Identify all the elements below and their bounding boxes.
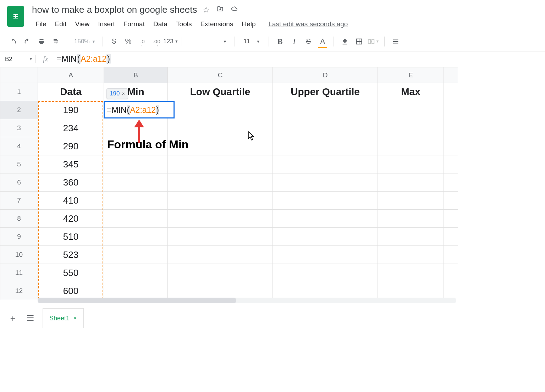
cell-F7[interactable] — [444, 192, 458, 210]
row-header-2[interactable]: 2 — [0, 101, 38, 119]
cell-F11[interactable] — [444, 264, 458, 282]
cell-B9[interactable] — [104, 228, 168, 246]
cell-C4[interactable] — [168, 137, 273, 155]
percent-button[interactable]: % — [122, 35, 134, 48]
print-button[interactable] — [35, 35, 48, 48]
cell-E4[interactable] — [378, 137, 444, 155]
number-format-button[interactable]: 123▼ — [165, 35, 177, 48]
all-sheets-button[interactable]: ☰ — [25, 313, 36, 324]
cell-C6[interactable] — [168, 173, 273, 192]
cell-B5[interactable] — [104, 155, 168, 173]
cell-C2[interactable] — [168, 101, 273, 119]
add-sheet-button[interactable]: ＋ — [7, 313, 18, 324]
row-header-3[interactable]: 3 — [0, 119, 38, 137]
cell-A9[interactable]: 510 — [38, 228, 104, 246]
font-family-select[interactable]: ▼ — [187, 39, 230, 44]
cell-A3[interactable]: 234 — [38, 119, 104, 137]
zoom-select[interactable]: 150%▼ — [72, 38, 98, 45]
cell-E8[interactable] — [378, 210, 444, 228]
sheet-tab-sheet1[interactable]: Sheet1▼ — [43, 308, 84, 328]
name-box[interactable]: B2▼ — [0, 56, 35, 63]
cell-A12[interactable]: 600 — [38, 282, 104, 300]
cell-B3[interactable] — [104, 119, 168, 137]
cell-C8[interactable] — [168, 210, 273, 228]
menu-data[interactable]: Data — [150, 19, 171, 29]
cell-E9[interactable] — [378, 228, 444, 246]
cell-D4[interactable] — [273, 137, 378, 155]
row-header-8[interactable]: 8 — [0, 210, 38, 228]
row-header-11[interactable]: 11 — [0, 264, 38, 282]
cell-F10[interactable] — [444, 246, 458, 264]
horizontal-scrollbar-thumb[interactable] — [38, 298, 236, 303]
last-edit-link[interactable]: Last edit was seconds ago — [268, 20, 348, 28]
cell-E5[interactable] — [378, 155, 444, 173]
paint-format-button[interactable] — [50, 35, 62, 48]
sheets-logo[interactable] — [7, 6, 24, 27]
cell-D2[interactable] — [273, 101, 378, 119]
cell-A7[interactable]: 410 — [38, 192, 104, 210]
move-icon[interactable] — [216, 5, 224, 15]
menu-view[interactable]: View — [71, 19, 93, 29]
cell-C5[interactable] — [168, 155, 273, 173]
cell-C3[interactable] — [168, 119, 273, 137]
row-header-12[interactable]: 12 — [0, 282, 38, 300]
document-title[interactable]: how to make a boxplot on google sheets — [32, 4, 197, 15]
cell-C9[interactable] — [168, 228, 273, 246]
cell-D1[interactable]: Upper Quartile — [273, 83, 378, 101]
menu-format[interactable]: Format — [120, 19, 148, 29]
cell-B7[interactable] — [104, 192, 168, 210]
cell-F8[interactable] — [444, 210, 458, 228]
cell-B4[interactable] — [104, 137, 168, 155]
close-tooltip-icon[interactable]: × — [122, 91, 125, 96]
bold-button[interactable]: B — [274, 35, 286, 48]
cell-C10[interactable] — [168, 246, 273, 264]
increase-decimal-button[interactable]: .00→ — [150, 35, 163, 48]
cell-F3[interactable] — [444, 119, 458, 137]
cell-D7[interactable] — [273, 192, 378, 210]
cell-D10[interactable] — [273, 246, 378, 264]
cell-F6[interactable] — [444, 173, 458, 192]
menu-help[interactable]: Help — [238, 19, 259, 29]
fill-color-button[interactable] — [339, 35, 351, 48]
cell-editor[interactable]: =MIN(A2:a12) — [104, 101, 175, 118]
align-button[interactable] — [390, 35, 402, 48]
cell-A2[interactable]: 190 — [38, 101, 104, 119]
column-header-E[interactable]: E — [378, 67, 444, 83]
cell-B6[interactable] — [104, 173, 168, 192]
cell-D12[interactable] — [273, 282, 378, 300]
cell-D9[interactable] — [273, 228, 378, 246]
column-header-C[interactable]: C — [168, 67, 273, 83]
cell-B12[interactable] — [104, 282, 168, 300]
row-header-6[interactable]: 6 — [0, 173, 38, 192]
column-header-blank[interactable] — [444, 67, 458, 83]
currency-button[interactable]: $ — [108, 35, 120, 48]
cell-E2[interactable] — [378, 101, 444, 119]
row-header-9[interactable]: 9 — [0, 228, 38, 246]
cell-A5[interactable]: 345 — [38, 155, 104, 173]
cell-A4[interactable]: 290 — [38, 137, 104, 155]
redo-button[interactable] — [21, 35, 33, 48]
row-header-7[interactable]: 7 — [0, 192, 38, 210]
cell-E11[interactable] — [378, 264, 444, 282]
cell-B11[interactable] — [104, 264, 168, 282]
borders-button[interactable] — [353, 35, 365, 48]
text-color-button[interactable]: A — [316, 35, 329, 48]
column-header-D[interactable]: D — [273, 67, 378, 83]
font-size-select[interactable]: 11▼ — [240, 38, 264, 45]
cell-E10[interactable] — [378, 246, 444, 264]
cell-C1[interactable]: Low Quartile — [168, 83, 273, 101]
cell-A8[interactable]: 420 — [38, 210, 104, 228]
spreadsheet-grid[interactable]: A B C D E 1 Data Min Low Quartile Upper … — [0, 67, 545, 300]
cell-A10[interactable]: 523 — [38, 246, 104, 264]
select-all-corner[interactable] — [0, 67, 38, 83]
cell-D3[interactable] — [273, 119, 378, 137]
cell-A6[interactable]: 360 — [38, 173, 104, 192]
cell-E6[interactable] — [378, 173, 444, 192]
column-header-A[interactable]: A — [38, 67, 104, 83]
row-header-10[interactable]: 10 — [0, 246, 38, 264]
menu-insert[interactable]: Insert — [94, 19, 119, 29]
cell-D11[interactable] — [273, 264, 378, 282]
cell-F12[interactable] — [444, 282, 458, 300]
menu-edit[interactable]: Edit — [51, 19, 70, 29]
cell-E3[interactable] — [378, 119, 444, 137]
